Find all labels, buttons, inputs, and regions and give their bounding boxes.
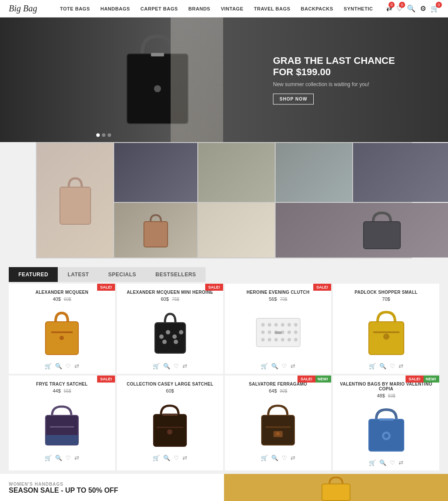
svg-point-52 [384, 434, 388, 438]
cart-icon-wrap[interactable]: 🛒 0 [430, 4, 439, 13]
sale-badge-1: Sale! [97, 284, 115, 291]
quickview-icon-2[interactable]: 🔍 [163, 363, 170, 369]
nav-synthetic[interactable]: SYNTHETIC [339, 6, 378, 11]
hero-dot-3[interactable] [108, 133, 111, 137]
wishlist-icon-7[interactable]: ♡ [282, 455, 287, 461]
product-image-3[interactable] [231, 306, 325, 358]
compare-icon-2[interactable]: ⇄ [182, 363, 187, 369]
wishlist-icon-8[interactable]: ♡ [390, 459, 395, 466]
tab-specials[interactable]: SPECIALS [98, 267, 146, 282]
wishlist-icon-wrap[interactable]: ♡ 0 [396, 4, 402, 13]
nav-carpet-bags[interactable]: CARPET BAGS [135, 6, 183, 11]
compare-icon-wrap[interactable]: ⇄ 0 [386, 4, 392, 13]
photo-cell-8[interactable] [276, 203, 448, 257]
tab-latest[interactable]: LATEST [58, 267, 98, 282]
svg-point-21 [287, 323, 291, 327]
tab-featured[interactable]: FEATURED [9, 267, 58, 282]
add-to-cart-icon-7[interactable]: 🛒 [261, 455, 268, 461]
compare-icon-3[interactable]: ⇄ [290, 363, 295, 369]
quickview-icon-4[interactable]: 🔍 [379, 363, 386, 369]
photo-cell-7[interactable] [198, 203, 275, 257]
nav-travel-bags[interactable]: TRAVEL BAGS [248, 6, 295, 11]
product-image-5[interactable] [15, 398, 109, 450]
hero-text-block: GRAB THE LAST CHANCE FOR $199.00 New sum… [273, 55, 396, 105]
site-logo[interactable]: Big Bag [9, 3, 37, 14]
product-image-7[interactable] [231, 398, 325, 450]
photo-cell-5[interactable] [353, 143, 448, 202]
wishlist-icon-1[interactable]: ♡ [66, 363, 71, 369]
nav-tote-bags[interactable]: TOTE BAGS [55, 6, 95, 11]
quickview-icon-1[interactable]: 🔍 [55, 363, 62, 369]
compare-icon-6[interactable]: ⇄ [182, 455, 187, 461]
compare-icon-8[interactable]: ⇄ [399, 459, 403, 466]
hero-cta-button[interactable]: SHOP NOW [273, 94, 314, 104]
photo-cell-4[interactable] [276, 143, 352, 202]
product-card-6: COLLECTION CASEY LARGE SATCHEL 60$ 🛒 🔍 ♡… [117, 376, 223, 470]
svg-point-15 [174, 340, 178, 344]
product-card-8: New! Sale! VALENTINO BAGS BY MARIO VALEN… [333, 376, 439, 470]
add-to-cart-icon-3[interactable]: 🛒 [261, 363, 268, 369]
quickview-icon-3[interactable]: 🔍 [271, 363, 278, 369]
product-image-4[interactable] [339, 306, 433, 358]
wishlist-icon-6[interactable]: ♡ [174, 455, 179, 461]
search-icon: 🔍 [407, 5, 416, 12]
wishlist-icon-3[interactable]: ♡ [282, 363, 287, 369]
photo-cell-6[interactable] [114, 203, 197, 257]
svg-point-29 [261, 338, 265, 341]
add-to-cart-icon-8[interactable]: 🛒 [369, 459, 376, 466]
hero-dot-2[interactable] [102, 133, 105, 137]
wishlist-icon-4[interactable]: ♡ [390, 363, 395, 369]
compare-icon-4[interactable]: ⇄ [399, 363, 403, 369]
quickview-icon-8[interactable]: 🔍 [379, 459, 386, 466]
svg-rect-1 [151, 53, 164, 56]
svg-point-18 [268, 323, 271, 327]
product-actions-1: 🛒 🔍 ♡ ⇄ [45, 363, 79, 369]
add-to-cart-icon-6[interactable]: 🛒 [153, 455, 160, 461]
add-to-cart-icon-1[interactable]: 🛒 [45, 363, 52, 369]
product-image-6[interactable] [123, 398, 217, 450]
new-badge-8: New! [423, 376, 439, 383]
nav-brands[interactable]: BRANDS [183, 6, 216, 11]
tab-bestsellers[interactable]: BESTSELLERS [146, 267, 206, 282]
product-actions-6: 🛒 🔍 ♡ ⇄ [153, 455, 187, 461]
compare-badge: 0 [388, 2, 395, 8]
search-icon-wrap[interactable]: 🔍 [407, 4, 416, 13]
svg-rect-41 [46, 435, 78, 445]
product-price-6: 60$ [166, 388, 174, 393]
wishlist-icon-5[interactable]: ♡ [66, 455, 71, 461]
compare-icon-7[interactable]: ⇄ [290, 455, 295, 461]
compare-icon-5[interactable]: ⇄ [74, 455, 79, 461]
add-to-cart-icon-4[interactable]: 🛒 [369, 363, 376, 369]
nav-backpacks[interactable]: BACKPACKS [296, 6, 339, 11]
wishlist-icon-2[interactable]: ♡ [174, 363, 179, 369]
svg-point-44 [167, 429, 172, 435]
product-price-4: 70$ [382, 296, 390, 302]
svg-point-13 [179, 330, 183, 334]
product-name-2: ALEXANDER MCQUEEN MINI HEROINE [127, 290, 213, 295]
product-image-1[interactable] [15, 306, 109, 358]
svg-point-14 [162, 340, 167, 344]
settings-icon-wrap[interactable]: ⚙ [420, 4, 426, 13]
photo-cell-2[interactable] [114, 143, 197, 202]
compare-icon-1[interactable]: ⇄ [74, 363, 79, 369]
nav-vintage[interactable]: VINTAGE [216, 6, 249, 11]
product-card-4: PADLOCK SHOPPER SMALL 70$ 🛒 🔍 ♡ ⇄ [333, 284, 439, 374]
photo-cell-1[interactable] [37, 143, 113, 257]
bag-svg-7 [259, 402, 297, 446]
hero-dot-1[interactable] [96, 133, 100, 137]
product-image-2[interactable] [123, 306, 217, 358]
hero-section: GRAB THE LAST CHANCE FOR $199.00 New sum… [0, 17, 448, 142]
bag-svg-2 [153, 310, 188, 354]
photo-cell-3[interactable] [198, 143, 275, 202]
product-image-8[interactable] [339, 403, 433, 455]
nav-handbags[interactable]: HANDBAGS [95, 6, 135, 11]
bag-svg-3 [254, 316, 302, 349]
quickview-icon-6[interactable]: 🔍 [163, 455, 170, 461]
bag-svg-4 [367, 310, 406, 355]
svg-point-27 [287, 331, 291, 334]
quickview-icon-5[interactable]: 🔍 [55, 455, 62, 461]
add-to-cart-icon-5[interactable]: 🛒 [45, 455, 52, 461]
sale-badge-3: Sale! [313, 284, 331, 291]
add-to-cart-icon-2[interactable]: 🛒 [153, 363, 160, 369]
quickview-icon-7[interactable]: 🔍 [271, 455, 278, 461]
